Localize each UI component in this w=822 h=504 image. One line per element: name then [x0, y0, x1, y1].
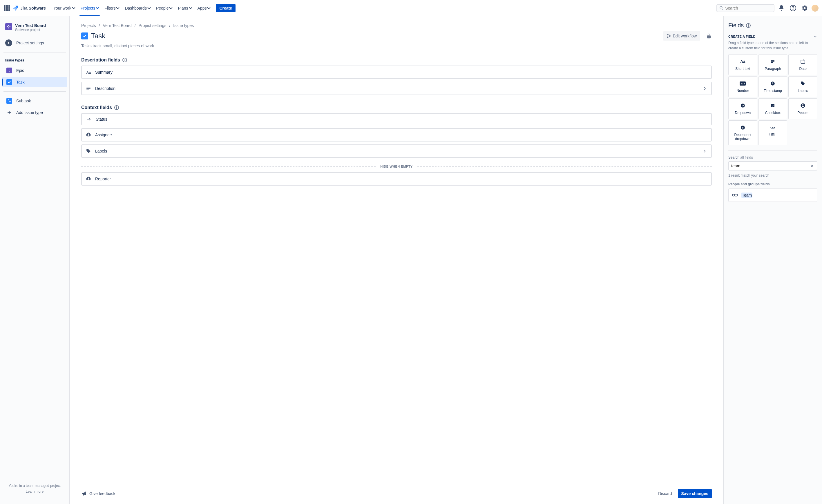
top-nav: Jira Software Your work Projects Filters…	[0, 0, 822, 16]
field-type-url[interactable]: URL	[759, 120, 788, 145]
field-type-short-text[interactable]: AaShort text	[728, 54, 757, 75]
search-result-count: 1 result match your search	[728, 173, 817, 177]
give-feedback-button[interactable]: Give feedback	[81, 491, 115, 496]
search-fields-input[interactable]	[731, 163, 810, 168]
svg-point-29	[741, 103, 745, 108]
nav-plans[interactable]: Plans	[175, 0, 194, 16]
chevron-down-icon	[208, 6, 211, 9]
plus-icon	[6, 110, 12, 115]
field-type-dependent-dropdown[interactable]: Dependent dropdown	[728, 120, 757, 145]
svg-point-32	[802, 104, 804, 106]
project-type: Software project	[15, 28, 46, 32]
nav-dashboards[interactable]: Dashboards	[122, 0, 152, 16]
svg-point-18	[88, 134, 89, 135]
person-icon	[800, 103, 806, 108]
field-icon	[732, 192, 738, 198]
search-input[interactable]	[725, 6, 772, 10]
lock-icon[interactable]	[706, 33, 712, 39]
svg-point-9	[670, 36, 670, 37]
clear-icon[interactable]	[810, 163, 814, 168]
sidebar-item-task[interactable]: Task	[2, 77, 67, 87]
notifications-icon[interactable]	[777, 3, 786, 13]
text-icon: Aa	[86, 70, 91, 75]
svg-point-3	[793, 9, 793, 10]
svg-point-0	[720, 6, 722, 9]
field-type-labels[interactable]: Labels	[788, 76, 817, 97]
user-avatar[interactable]	[812, 5, 819, 12]
chevron-down-icon	[169, 6, 172, 9]
discard-button[interactable]: Discard	[655, 489, 675, 498]
jira-logo[interactable]: Jira Software	[12, 5, 46, 12]
main-content: Projects/ Vern Test Board/ Project setti…	[70, 16, 723, 504]
svg-rect-38	[733, 194, 735, 196]
learn-more-link[interactable]: Learn more	[6, 490, 63, 494]
nav-links: Your work Projects Filters Dashboards Pe…	[51, 0, 213, 16]
edit-workflow-button[interactable]: Edit workflow	[663, 31, 700, 41]
svg-text:Aa: Aa	[86, 70, 91, 74]
chevron-down-icon[interactable]	[813, 34, 817, 39]
issue-type-description: Tasks track small, distinct pieces of wo…	[81, 43, 712, 48]
svg-point-20	[88, 178, 89, 179]
person-icon	[86, 176, 91, 181]
section-heading-context: Context fields	[81, 105, 112, 110]
workflow-icon	[667, 34, 671, 38]
field-type-timestamp[interactable]: Time stamp	[759, 76, 788, 97]
info-icon[interactable]: i	[746, 23, 751, 28]
global-search[interactable]	[717, 4, 774, 12]
field-status[interactable]: Status	[81, 113, 712, 125]
field-type-checkbox[interactable]: Checkbox	[759, 98, 788, 119]
hide-when-empty-divider: HIDE WHEN EMPTY	[81, 165, 712, 168]
dependent-dropdown-icon	[740, 125, 746, 130]
nav-apps[interactable]: Apps	[195, 0, 213, 16]
breadcrumb-item[interactable]: Projects	[81, 23, 96, 28]
field-type-paragraph[interactable]: Paragraph	[759, 54, 788, 75]
svg-rect-30	[771, 104, 774, 107]
nav-projects[interactable]: Projects	[78, 0, 101, 16]
chevron-right-icon	[703, 149, 707, 153]
breadcrumb-item[interactable]: Issue types	[173, 23, 194, 28]
help-icon[interactable]	[788, 3, 798, 13]
settings-icon[interactable]	[800, 3, 809, 13]
task-icon	[81, 32, 88, 39]
task-icon	[6, 79, 12, 85]
chevron-down-icon	[116, 6, 119, 9]
nav-people[interactable]: People	[154, 0, 174, 16]
app-switcher-icon[interactable]	[3, 5, 10, 12]
field-assignee[interactable]: Assignee	[81, 128, 712, 141]
field-summary[interactable]: Aa Summary	[81, 65, 712, 79]
megaphone-icon	[81, 491, 87, 496]
field-reporter[interactable]: Reporter	[81, 172, 712, 185]
chevron-down-icon	[72, 6, 75, 9]
paragraph-icon	[86, 86, 91, 91]
field-type-date[interactable]: Date	[788, 54, 817, 75]
info-icon[interactable]: i	[114, 105, 119, 110]
field-type-dropdown[interactable]: Dropdown	[728, 98, 757, 119]
nav-filters[interactable]: Filters	[102, 0, 121, 16]
breadcrumbs: Projects/ Vern Test Board/ Project setti…	[81, 23, 712, 28]
breadcrumb-item[interactable]: Vern Test Board	[103, 23, 131, 28]
tag-icon	[86, 148, 91, 154]
nav-your-work[interactable]: Your work	[51, 0, 77, 16]
checkbox-icon	[770, 103, 776, 108]
sidebar-divider	[3, 91, 66, 92]
panel-title: Fields	[728, 22, 744, 29]
sidebar-add-issue-type[interactable]: Add issue type	[2, 107, 67, 118]
back-project-settings[interactable]: Project settings	[2, 37, 67, 49]
breadcrumb-item[interactable]: Project settings	[139, 23, 166, 28]
sidebar-footer-hint: You're in a team-managed project	[6, 484, 63, 488]
create-button[interactable]: Create	[216, 4, 236, 12]
field-labels[interactable]: Labels	[81, 144, 712, 158]
field-type-number[interactable]: 123Number	[728, 76, 757, 97]
arrow-right-icon	[86, 116, 92, 122]
search-fields-input-wrapper[interactable]	[728, 161, 817, 170]
field-type-people[interactable]: People	[788, 98, 817, 119]
sidebar-item-subtask[interactable]: Subtask	[2, 96, 67, 106]
save-changes-button[interactable]: Save changes	[678, 489, 712, 498]
sidebar-item-epic[interactable]: Epic	[2, 65, 67, 76]
field-description[interactable]: Description	[81, 82, 712, 95]
field-result-team[interactable]: Team	[728, 188, 817, 202]
info-icon[interactable]: i	[122, 58, 127, 62]
clock-icon	[770, 81, 776, 86]
field-result-label: Team	[741, 192, 752, 198]
svg-rect-5	[10, 101, 11, 102]
